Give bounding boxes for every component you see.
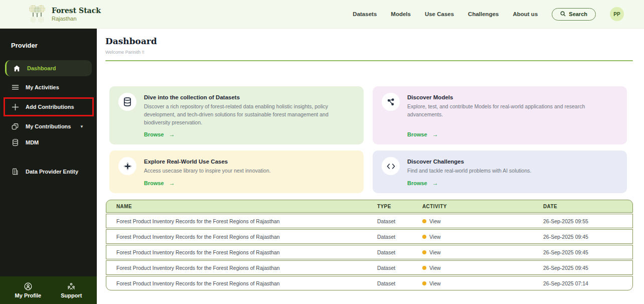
card-description: Explore, test, and contribute Models for… <box>407 103 618 119</box>
copy-icon <box>11 122 19 130</box>
cell-activity: View <box>412 234 533 240</box>
card-title: Dive into the collection of Datasets <box>144 94 355 100</box>
database-icon <box>11 138 19 146</box>
browse-label: Browse <box>144 131 164 137</box>
activity-dot-icon <box>422 235 426 239</box>
my-profile-button[interactable]: My Profile <box>15 282 42 298</box>
card-challenges[interactable]: Discover Challenges Find and tackle real… <box>373 150 627 193</box>
nav-use-cases[interactable]: Use Cases <box>425 11 454 17</box>
card-datasets[interactable]: Dive into the collection of Datasets Dis… <box>109 86 364 144</box>
card-title: Discover Models <box>407 94 618 100</box>
nav-about-us[interactable]: About us <box>513 11 538 17</box>
sidebar-item-label: MDM <box>26 139 39 145</box>
card-models[interactable]: Discover Models Explore, test, and contr… <box>373 86 627 144</box>
activity-dot-icon <box>422 250 426 254</box>
sidebar-spacer <box>0 150 97 164</box>
sidebar-item-label: My Activities <box>26 84 59 90</box>
cell-activity: View <box>412 265 533 271</box>
cell-name: Forest Product Inventory Records for the… <box>106 234 367 240</box>
table-row[interactable]: Forest Product Inventory Records for the… <box>106 245 633 259</box>
page-title: Dashboard <box>105 36 633 46</box>
activity-label: View <box>429 265 441 271</box>
home-icon <box>13 64 21 72</box>
user-avatar[interactable]: PP <box>610 7 624 21</box>
sidebar-item-label: My Contributions <box>26 123 71 129</box>
recent-activity-table: NAME TYPE ACTIVITY DATE Forest Product I… <box>106 200 633 290</box>
cell-activity: View <box>412 249 533 255</box>
nav-datasets[interactable]: Datasets <box>353 11 377 17</box>
browse-models-link[interactable]: Browse → <box>407 126 618 138</box>
card-use-cases[interactable]: Explore Real-World Use Cases Access usec… <box>109 150 364 193</box>
sidebar-item-my-activities[interactable]: My Activities <box>0 79 97 95</box>
brand[interactable]: Forest Stack Rajasthan <box>28 4 101 25</box>
green-divider <box>105 60 633 61</box>
activity-label: View <box>429 280 441 286</box>
search-icon <box>560 11 566 18</box>
cell-type: Dataset <box>367 249 412 255</box>
sidebar-item-label: Data Provider Entity <box>26 169 78 175</box>
cell-date: 26-Sep-2025 09:45 <box>533 234 632 240</box>
list-icon <box>11 83 19 91</box>
sidebar: Provider Dashboard My Activities <box>0 29 97 304</box>
column-header-name: NAME <box>106 204 367 209</box>
chevron-down-icon[interactable]: ▼ <box>80 124 84 129</box>
card-title: Explore Real-World Use Cases <box>144 159 355 165</box>
table-row[interactable]: Forest Product Inventory Records for the… <box>106 260 633 275</box>
arrow-right-icon: → <box>169 180 175 187</box>
cell-name: Forest Product Inventory Records for the… <box>106 218 367 224</box>
my-profile-label: My Profile <box>15 292 42 298</box>
column-header-type: TYPE <box>367 204 412 209</box>
arrow-right-icon: → <box>169 131 175 138</box>
people-icon <box>67 282 75 291</box>
code-icon <box>382 157 400 175</box>
cell-activity: View <box>412 280 533 286</box>
support-button[interactable]: Support <box>61 282 82 298</box>
activity-dot-icon <box>422 219 426 223</box>
support-label: Support <box>61 292 82 298</box>
nav-challenges[interactable]: Challenges <box>468 11 499 17</box>
welcome-text: Welcome Parinith !! <box>105 50 633 55</box>
cell-type: Dataset <box>367 218 412 224</box>
nav-models[interactable]: Models <box>391 11 411 17</box>
card-description: Find and tackle real-world problems with… <box>407 167 618 175</box>
arrow-right-icon: → <box>432 180 438 187</box>
activity-dot-icon <box>422 266 426 270</box>
arrow-right-icon: → <box>432 131 438 138</box>
sidebar-item-mdm[interactable]: MDM <box>0 134 97 150</box>
forest-stack-logo-icon <box>28 4 47 25</box>
cell-date: 26-Sep-2025 09:55 <box>533 218 632 224</box>
building-icon <box>11 168 19 176</box>
cross-icon <box>118 157 136 175</box>
browse-label: Browse <box>407 180 427 186</box>
table-row[interactable]: Forest Product Inventory Records for the… <box>106 214 633 228</box>
card-description: Access usecase library to inspire your n… <box>144 167 355 175</box>
search-button[interactable]: Search <box>552 8 596 21</box>
main-content: Dashboard Welcome Parinith !! Dive into … <box>97 29 644 304</box>
top-header: Forest Stack Rajasthan Datasets Models U… <box>0 0 644 29</box>
activity-label: View <box>429 249 441 255</box>
table-row[interactable]: Forest Product Inventory Records for the… <box>106 229 633 244</box>
quick-link-cards: Dive into the collection of Datasets Dis… <box>109 86 627 193</box>
database-icon <box>118 93 136 111</box>
network-icon <box>382 93 400 111</box>
activity-label: View <box>429 218 441 224</box>
cell-date: 26-Sep-2025 09:45 <box>533 265 632 271</box>
sidebar-item-my-contributions[interactable]: My Contributions ▼ <box>0 118 97 134</box>
sidebar-item-data-provider-entity[interactable]: Data Provider Entity <box>0 164 97 180</box>
browse-datasets-link[interactable]: Browse → <box>144 126 355 138</box>
activity-label: View <box>429 234 441 240</box>
sidebar-item-label: Dashboard <box>27 65 56 71</box>
column-header-date: DATE <box>533 204 632 209</box>
annotation-red-box: Add Contributions <box>4 97 94 116</box>
table-row[interactable]: Forest Product Inventory Records for the… <box>106 276 633 290</box>
sidebar-item-add-contributions[interactable]: Add Contributions <box>5 99 92 115</box>
cell-name: Forest Product Inventory Records for the… <box>106 265 367 271</box>
sidebar-item-dashboard[interactable]: Dashboard <box>5 60 92 76</box>
sidebar-item-label: Add Contributions <box>26 104 74 110</box>
activity-dot-icon <box>422 281 426 285</box>
browse-use-cases-link[interactable]: Browse → <box>144 175 355 187</box>
browse-challenges-link[interactable]: Browse → <box>407 175 618 187</box>
cell-type: Dataset <box>367 265 412 271</box>
column-header-activity: ACTIVITY <box>412 204 533 209</box>
cell-activity: View <box>412 218 533 224</box>
